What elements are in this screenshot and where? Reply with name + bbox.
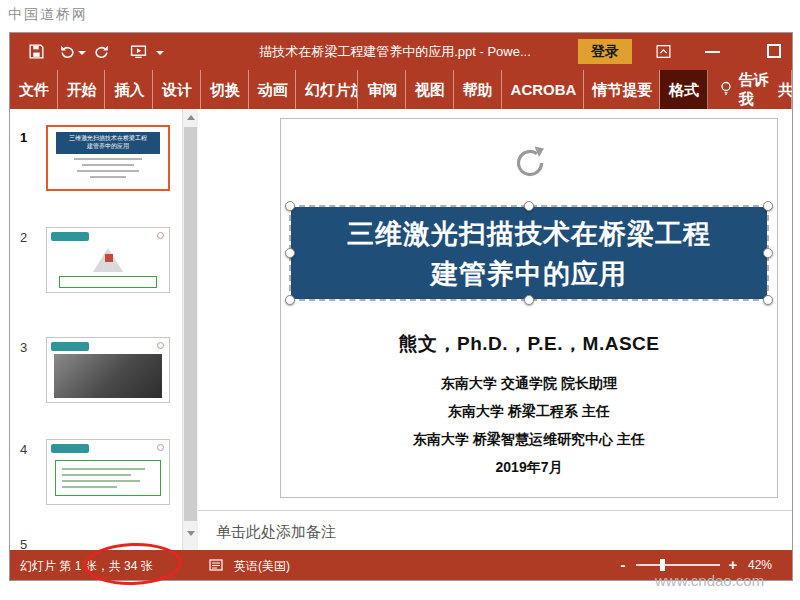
thumb2-diagram-accent [105,254,113,262]
tab-file[interactable]: 文件 [10,70,58,109]
undo-dropdown-caret-icon[interactable] [78,51,86,55]
resize-handle-bottom-right[interactable] [763,295,773,305]
save-icon[interactable] [28,43,45,60]
affiliation-line-3: 东南大学 桥梁智慧运维研究中心 主任 [281,425,777,453]
slide-thumbnail-panel: 1 三维激光扫描技术在桥梁工程 建管养中的应用 2 [10,109,182,550]
undo-icon[interactable] [58,43,75,60]
thumb2-header-badge [51,232,89,241]
resize-handle-mid-right[interactable] [763,248,773,258]
tab-slideshow[interactable]: 幻灯片放映 [296,70,358,109]
ribbon-tab-bar: 文件 开始 插入 设计 切换 动画 幻灯片放映 审阅 视图 帮助 ACROBA … [10,70,792,109]
start-slideshow-icon[interactable] [130,43,147,60]
zoom-in-button[interactable]: + [726,556,740,573]
document-title: 描技术在桥梁工程建管养中的应用.ppt - Powe... [210,43,580,61]
slide-title-line1: 三维激光扫描技术在桥梁工程 [291,214,767,254]
zoom-slider[interactable] [636,564,720,566]
slide-thumbnail-3[interactable] [46,337,170,403]
zoom-out-button[interactable]: - [616,556,630,573]
thumb4-logo [157,444,164,451]
scrollbar-thumb[interactable] [184,127,197,521]
affiliation-line-1: 东南大学 交通学院 院长助理 [281,369,777,397]
tab-insert[interactable]: 插入 [105,70,153,109]
thumbnail-number-2: 2 [20,230,27,245]
tab-review[interactable]: 审阅 [358,70,406,109]
scroll-up-icon[interactable] [183,109,199,125]
scroll-down-icon[interactable] [183,525,199,541]
thumb4-header-badge [51,444,89,453]
page: 中国道桥网 描技术在桥梁工程建管养中的应用.ppt - Powe... 登录 [0,0,800,600]
zoom-percentage[interactable]: 42% [748,558,772,572]
tab-view[interactable]: 视图 [406,70,454,109]
resize-handle-top-left[interactable] [285,201,295,211]
notes-placeholder: 单击此处添加备注 [216,523,336,542]
slide-canvas[interactable]: 三维激光扫描技术在桥梁工程 建管养中的应用 熊文，Ph.D.，P.E.，M.AS… [280,118,778,498]
watermark-bottom: www.cndao.com [655,572,764,589]
slide-author[interactable]: 熊文，Ph.D.，P.E.，M.ASCE [281,331,777,357]
slide-affiliations[interactable]: 东南大学 交通学院 院长助理 东南大学 桥梁工程系 主任 东南大学 桥梁智慧运维… [281,369,777,481]
thumbnail-scrollbar[interactable] [182,109,198,550]
thumb1-title-banner: 三维激光扫描技术在桥梁工程 建管养中的应用 [56,132,160,154]
share-button[interactable]: 共享 [778,70,792,109]
login-button[interactable]: 登录 [578,39,632,64]
slide-title-line2: 建管养中的应用 [291,254,767,294]
notes-icon[interactable] [208,557,224,573]
language-indicator[interactable]: 英语(美国) [234,558,290,575]
tab-storyboarding[interactable]: 情节提要 [584,70,660,109]
slide-title-banner[interactable]: 三维激光扫描技术在桥梁工程 建管养中的应用 [291,207,767,299]
thumb3-logo [157,342,164,349]
minimize-button[interactable] [705,51,720,53]
affiliation-line-2: 东南大学 桥梁工程系 主任 [281,397,777,425]
tell-me-label: 告诉我 [739,71,781,109]
tab-home[interactable]: 开始 [58,70,106,109]
powerpoint-window: 描技术在桥梁工程建管养中的应用.ppt - Powe... 登录 文件 开始 插… [10,33,792,580]
resize-handle-mid-left[interactable] [285,248,295,258]
title-textbox-selection[interactable]: 三维激光扫描技术在桥梁工程 建管养中的应用 [289,205,769,301]
ribbon-display-options-icon[interactable] [655,43,672,60]
thumb2-green-box [59,276,157,288]
thumbnail-number-1: 1 [20,130,27,145]
maximize-button[interactable] [767,44,781,58]
notes-pane[interactable]: 单击此处添加备注 [198,510,792,550]
redo-icon[interactable] [94,43,111,60]
tab-help[interactable]: 帮助 [454,70,502,109]
thumb3-photo [54,354,162,398]
resize-handle-bottom-left[interactable] [285,295,295,305]
resize-handle-bottom-center[interactable] [524,295,534,305]
thumb4-green-box [55,460,161,496]
tab-format[interactable]: 格式 [660,70,708,109]
watermark-top: 中国道桥网 [8,6,88,24]
titlebar: 描技术在桥梁工程建管养中的应用.ppt - Powe... 登录 [10,33,792,70]
slide-counter: 幻灯片 第 1 张，共 34 张 [20,558,153,575]
thumb3-header-badge [51,342,89,351]
slide-thumbnail-4[interactable] [46,439,170,505]
tab-animations[interactable]: 动画 [249,70,297,109]
slide-editor: 三维激光扫描技术在桥梁工程 建管养中的应用 熊文，Ph.D.，P.E.，M.AS… [198,109,792,550]
lightbulb-icon [718,80,734,99]
tab-design[interactable]: 设计 [153,70,201,109]
thumb2-logo [157,232,164,239]
thumbnail-number-4: 4 [20,442,27,457]
workspace: 1 三维激光扫描技术在桥梁工程 建管养中的应用 2 [10,109,792,550]
slide-date: 2019年7月 [281,453,777,481]
slide-thumbnail-1[interactable]: 三维激光扫描技术在桥梁工程 建管养中的应用 [46,125,170,191]
qat-customize-caret-icon[interactable] [156,51,164,55]
zoom-slider-thumb[interactable] [660,559,665,571]
tab-acrobat[interactable]: ACROBA [502,70,584,109]
thumbnail-number-3: 3 [20,340,27,355]
slide-thumbnail-2[interactable] [46,227,170,293]
tab-transitions[interactable]: 切换 [201,70,249,109]
resize-handle-top-center[interactable] [524,201,534,211]
resize-handle-top-right[interactable] [763,201,773,211]
rotate-handle-icon[interactable] [508,141,552,185]
